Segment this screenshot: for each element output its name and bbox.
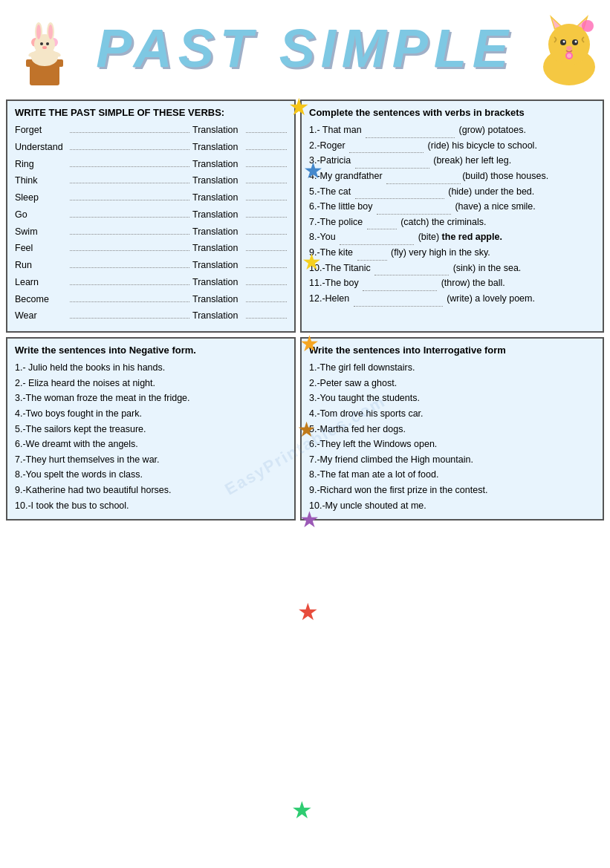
neg-4: 4.-Two boys fought in the park. [15, 406, 287, 422]
verb-row-sleep: Sleep Translation [15, 190, 287, 205]
sentence-9: 9.-The kite (fly) very high in the sky. [309, 245, 595, 261]
verb-think-trans-dots [246, 173, 287, 183]
neg-1: 1.- Julio held the books in his hands. [15, 360, 287, 376]
verb-ring-dots [70, 157, 189, 167]
int-4: 4.-Tom drove his sports car. [309, 406, 595, 422]
verb-feel-dots [70, 241, 189, 251]
blank-10 [374, 265, 449, 275]
verb-learn-trans-label: Translation [192, 275, 243, 290]
neg-2: 2.- Eliza heard the noises at night. [15, 376, 287, 391]
blank-5 [355, 189, 444, 199]
blank-4 [386, 174, 461, 184]
sentence-12: 12.-Helen (write) a lovely poem. [309, 291, 595, 307]
verb-think-trans-label: Translation [192, 174, 243, 188]
verb-ring-trans-label: Translation [192, 157, 243, 172]
verb-row-wear: Wear Translation [15, 308, 287, 323]
verb-row-forget: Forget Translation [15, 123, 287, 137]
verb-understand-dots [70, 140, 189, 150]
header: PAST SIMPLE [0, 0, 610, 97]
star-brown: ★ [297, 420, 316, 440]
blank-9 [357, 250, 387, 261]
verb-row-think: Think Translation [15, 173, 287, 188]
panel-negative: Write the sentences into Negative form. … [6, 337, 296, 521]
verb-row-understand: Understand Translation [15, 140, 287, 154]
panel-complete-title: Complete the sentences with verbs in bra… [309, 107, 595, 118]
star-orange: ★ [299, 333, 319, 355]
neg-7: 7.-They hurt themselves in the war. [15, 452, 287, 468]
verb-row-ring: Ring Translation [15, 157, 287, 172]
svg-point-27 [575, 41, 577, 43]
star-green-bottom: ★ [291, 798, 313, 822]
verb-swim-trans-label: Translation [192, 225, 243, 239]
verb-become: Become [15, 293, 67, 307]
neg-5: 5.-The sailors kept the treasure. [15, 422, 287, 437]
verb-ring: Ring [15, 157, 67, 172]
sentence-2: 2.-Roger (ride) his bicycle to school. [309, 138, 595, 154]
verb-swim: Swim [15, 225, 67, 239]
sentence-7: 7.-The police (catch) the criminals. [309, 215, 595, 230]
svg-point-12 [48, 25, 53, 39]
verb-forget-trans-label: Translation [192, 123, 243, 137]
verb-run: Run [15, 258, 67, 273]
svg-point-11 [36, 25, 41, 39]
star-red: ★ [297, 600, 319, 624]
panel-past-simple: WRITE THE PAST SIMPLE OF THESE VERBS: Fo… [6, 99, 296, 333]
sentence-10: 10.-The Titanic (sink) in the sea. [309, 261, 595, 276]
panel-complete-sentences: Complete the sentences with verbs in bra… [300, 99, 604, 333]
top-row: WRITE THE PAST SIMPLE OF THESE VERBS: Fo… [6, 99, 604, 333]
verb-ring-trans-dots [246, 157, 287, 167]
verb-learn: Learn [15, 275, 67, 290]
star-yellow: ★ [302, 251, 322, 273]
verb-row-swim: Swim Translation [15, 224, 287, 239]
verb-run-trans-dots [246, 258, 287, 268]
verb-wear: Wear [15, 309, 67, 323]
verb-forget-trans-dots [246, 123, 287, 133]
verb-wear-dots [70, 308, 189, 319]
neg-8: 8.-You spelt the words in class. [15, 467, 287, 483]
verb-learn-trans-dots [246, 275, 287, 285]
verb-feel-trans-label: Translation [192, 241, 243, 255]
verb-forget: Forget [15, 123, 67, 137]
int-7: 7.-My friend climbed the High mountain. [309, 452, 595, 468]
verb-go-dots [70, 207, 189, 218]
verb-row-feel: Feel Translation [15, 241, 287, 255]
page-title: PAST SIMPLE [96, 18, 514, 79]
svg-point-29 [582, 20, 594, 32]
verb-sleep-dots [70, 190, 189, 200]
neg-9: 9.-Katherine had two beautiful horses. [15, 483, 287, 498]
int-3: 3.-You taught the students. [309, 391, 595, 406]
int-1: 1.-The girl fell downstairs. [309, 360, 595, 376]
star-purple: ★ [299, 509, 319, 531]
verb-feel-trans-dots [246, 241, 287, 251]
verb-row-go: Go Translation [15, 207, 287, 222]
blank-8 [340, 235, 414, 245]
panel-negative-title: Write the sentences into Negative form. [15, 345, 287, 356]
verb-think-dots [70, 173, 189, 183]
blank-12 [354, 296, 443, 307]
verb-row-run: Run Translation [15, 258, 287, 273]
int-5: 5.-Martha fed her dogs. [309, 422, 595, 437]
blank-1 [366, 128, 455, 138]
verb-go: Go [15, 208, 67, 222]
int-10: 10.-My uncle shouted at me. [309, 498, 595, 514]
verb-wear-trans-label: Translation [192, 309, 243, 323]
sentence-11: 11.-The boy (throw) the ball. [309, 275, 595, 291]
verb-learn-dots [70, 275, 189, 285]
verb-understand-trans-label: Translation [192, 140, 243, 154]
verb-wear-trans-dots [246, 308, 287, 319]
blank-6 [377, 204, 451, 215]
star-gold-top: ★ [288, 95, 310, 119]
blank-2 [349, 143, 424, 153]
neg-10: 10.-I took the bus to school. [15, 498, 287, 514]
verb-understand-trans-dots [246, 140, 287, 150]
panel-interrogative: Write the sentences into Interrogative f… [300, 337, 604, 521]
bold-text: the red apple. [442, 232, 502, 242]
verb-sleep-trans-label: Translation [192, 191, 243, 205]
blank-11 [363, 281, 437, 291]
verb-sleep: Sleep [15, 191, 67, 205]
verb-think: Think [15, 174, 67, 188]
svg-point-28 [566, 46, 572, 50]
svg-point-14 [46, 42, 49, 45]
blank-3 [355, 158, 429, 169]
bunny-illustration [7, 4, 82, 93]
